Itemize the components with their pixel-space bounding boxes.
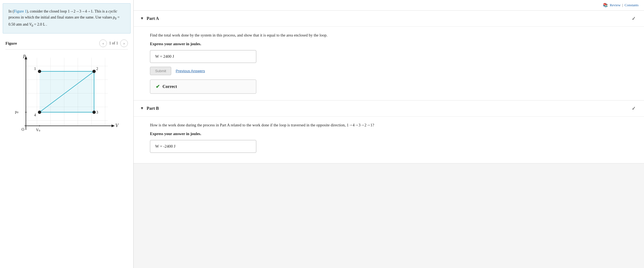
figure-ref-link[interactable]: Figure 1 (14, 9, 27, 13)
part-a-header[interactable]: ▼ Part A ✓ (134, 11, 644, 27)
figure-nav: ‹ 1 of 1 › (99, 39, 128, 47)
figure-count: 1 of 1 (109, 41, 118, 45)
part-a-submit-button[interactable]: Submit (150, 67, 171, 75)
svg-text:V₀: V₀ (36, 128, 40, 132)
figure-title: Figure (5, 41, 17, 46)
part-a-question: Find the total work done by the system i… (150, 32, 633, 38)
part-a-instruction: Express your answer in joules. (150, 42, 633, 46)
part-a-prev-answers-link[interactable]: Previous Answers (176, 69, 205, 73)
part-a-body: Find the total work done by the system i… (134, 27, 644, 100)
part-a-chevron-icon: ▼ (140, 16, 144, 21)
svg-text:p: p (23, 53, 26, 58)
top-bar-links: 📚 Review | Constants (603, 3, 639, 8)
svg-text:1: 1 (34, 67, 36, 71)
right-panel: 📚 Review | Constants ▼ Part A ✓ Find the… (134, 0, 644, 268)
review-link[interactable]: Review (610, 3, 621, 7)
part-b-chevron-icon: ▼ (140, 106, 144, 111)
pv-diagram: p V O V₀ p₀ (10, 52, 124, 145)
part-b-checkmark: ✓ (632, 105, 636, 111)
part-b-label: Part B (147, 106, 159, 111)
part-b-instruction: Express your answer in joules. (150, 132, 633, 136)
svg-marker-4 (112, 124, 115, 127)
svg-text:O: O (22, 127, 24, 132)
left-panel: In (Figure 1), consider the closed loop … (0, 0, 134, 268)
separator: | (622, 3, 623, 7)
part-b-question: How is the work done during the process … (150, 122, 633, 128)
part-a-answer-text: W = 2400 J (155, 54, 174, 59)
svg-point-16 (92, 70, 96, 73)
svg-point-18 (38, 111, 41, 114)
svg-point-15 (38, 70, 41, 73)
part-a-checkmark: ✓ (632, 16, 636, 22)
problem-text: In (Figure 1), consider the closed loop … (3, 3, 131, 34)
part-b-header[interactable]: ▼ Part B ✓ (134, 100, 644, 117)
figure-section: Figure ‹ 1 of 1 › (0, 34, 133, 148)
part-a-header-left: ▼ Part A (140, 16, 159, 21)
graph-container: p V O V₀ p₀ (5, 50, 128, 148)
part-a-section: ▼ Part A ✓ Find the total work done by t… (134, 11, 644, 100)
svg-text:V: V (115, 123, 119, 128)
part-a-correct-check-icon: ✔ (156, 84, 160, 90)
figure-prev-button[interactable]: ‹ (99, 39, 107, 47)
part-b-answer-box: W = -2400 J (150, 140, 256, 153)
part-b-body: How is the work done during the process … (134, 117, 644, 163)
svg-text:3: 3 (96, 110, 98, 114)
part-b-answer-text: W = -2400 J (155, 144, 175, 148)
part-b-section: ▼ Part B ✓ How is the work done during t… (134, 100, 644, 163)
book-icon: 📚 (603, 3, 608, 8)
part-a-answer-box: W = 2400 J (150, 50, 256, 63)
svg-text:4: 4 (34, 113, 36, 117)
figure-header: Figure ‹ 1 of 1 › (5, 36, 128, 50)
top-bar: 📚 Review | Constants (134, 0, 644, 11)
svg-point-17 (92, 111, 96, 114)
figure-next-button[interactable]: › (120, 39, 128, 47)
part-a-label: Part A (147, 16, 159, 21)
part-a-actions: Submit Previous Answers (150, 67, 633, 75)
part-b-header-left: ▼ Part B (140, 106, 159, 111)
svg-text:p₀: p₀ (15, 110, 19, 114)
constants-link[interactable]: Constants (625, 3, 639, 7)
part-a-correct-box: ✔ Correct (150, 80, 256, 94)
content-area: ▼ Part A ✓ Find the total work done by t… (134, 11, 644, 268)
svg-text:2: 2 (96, 67, 98, 71)
part-a-correct-label: Correct (162, 84, 177, 89)
